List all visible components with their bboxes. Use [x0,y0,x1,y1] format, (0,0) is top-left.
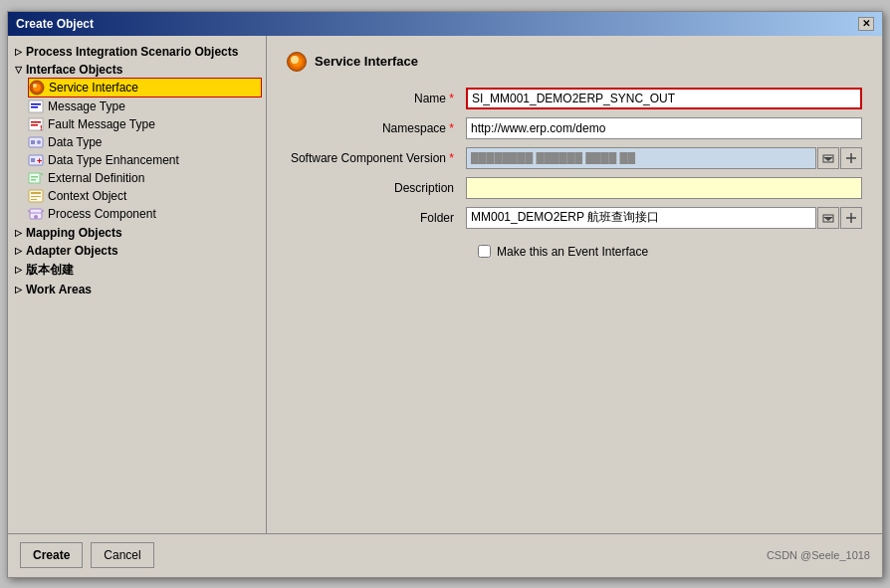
svg-rect-19 [31,179,36,181]
message-type-icon [28,98,44,114]
form-row-description: Description [287,177,862,199]
namespace-label: Namespace [287,121,466,135]
tree-item-data-type-enhancement[interactable]: + Data Type Enhancement [28,151,262,169]
tree-item-service-interface[interactable]: Service Interface [28,78,262,98]
data-type-enhancement-icon: + [28,152,44,168]
tree-item-label-message-type: Message Type [48,99,125,113]
tree-item-process-component[interactable]: Process Component [28,205,262,223]
chevron-right-icon-version: ▷ [12,264,24,276]
cancel-button[interactable]: Cancel [91,542,153,568]
tree-item-label-external-definition: External Definition [48,171,144,185]
tree-group-adapter-objects: ▷ Adapter Objects [12,243,262,259]
tree-group-header-mapping-objects[interactable]: ▷ Mapping Objects [12,225,262,241]
tree-group-header-process-integration[interactable]: ▷ Process Integration Scenario Objects [12,44,262,60]
folder-field-group [466,207,862,229]
tree-group-label-interface-objects: Interface Objects [26,63,122,77]
tree-group-label-version-create: 版本创建 [26,262,74,279]
service-interface-icon [29,80,45,96]
data-type-icon [28,134,44,150]
software-component-input[interactable] [466,147,816,169]
form-panel: Service Interface Name Namespace Softwar… [267,36,882,533]
svg-rect-16 [29,173,40,183]
tree-item-label-process-component: Process Component [48,207,156,221]
context-object-icon [28,188,44,204]
description-input[interactable] [466,177,862,199]
form-row-namespace: Namespace [287,117,862,139]
tree-group-mapping-objects: ▷ Mapping Objects [12,225,262,241]
tree-group-label-process-integration: Process Integration Scenario Objects [26,45,238,59]
watermark: CSDN @Seele_1018 [767,549,870,561]
folder-expand-button[interactable] [840,207,862,229]
tree-group-label-work-areas: Work Areas [26,283,92,296]
dialog-footer: Create Cancel CSDN @Seele_1018 [8,533,882,577]
external-definition-icon [28,170,44,186]
tree-item-label-fault-message-type: Fault Message Type [48,117,155,131]
tree-group-version-create: ▷ 版本创建 [12,261,262,280]
create-button[interactable]: Create [20,542,83,568]
svg-rect-23 [31,199,37,200]
event-interface-checkbox[interactable] [478,245,491,258]
chevron-right-icon: ▷ [12,46,24,58]
create-object-dialog: Create Object ✕ ▷ Process Integration Sc… [7,11,883,578]
software-component-field-group [466,147,862,169]
chevron-right-icon-adapter: ▷ [12,245,24,257]
svg-point-2 [33,84,37,88]
tree-item-context-object[interactable]: Context Object [28,187,262,205]
event-interface-label: Make this an Event Interface [497,245,648,259]
titlebar: Create Object ✕ [8,12,882,36]
svg-rect-5 [31,106,38,108]
tree-item-label-data-type-enhancement: Data Type Enhancement [48,153,179,167]
tree-item-label-service-interface: Service Interface [49,81,138,95]
form-header: Service Interface [287,52,862,72]
tree-item-label-context-object: Context Object [48,189,126,203]
name-input[interactable] [466,88,862,109]
tree-group-work-areas: ▷ Work Areas [12,282,262,297]
dialog-title: Create Object [16,17,94,31]
close-button[interactable]: ✕ [858,17,874,31]
tree-group-interface-objects: ▽ Interface Objects [12,62,262,223]
svg-rect-4 [31,103,41,105]
chevron-down-icon: ▽ [12,64,24,76]
svg-rect-14 [31,158,35,162]
chevron-right-icon-mapping: ▷ [12,227,24,239]
footer-buttons: Create Cancel [20,542,154,568]
tree-group-process-integration: ▷ Process Integration Scenario Objects [12,44,262,60]
description-label: Description [287,181,466,195]
svg-rect-18 [31,176,38,178]
svg-rect-21 [31,192,41,194]
software-component-browse-button[interactable] [817,147,839,169]
tree-item-external-definition[interactable]: External Definition [28,169,262,187]
tree-children-interface-objects: Service Interface Message Type [12,78,262,223]
tree-panel: ▷ Process Integration Scenario Objects ▽… [8,36,267,533]
fault-message-type-icon: ! [28,116,44,132]
tree-group-label-mapping-objects: Mapping Objects [26,226,122,240]
tree-group-header-work-areas[interactable]: ▷ Work Areas [12,282,262,297]
tree-item-label-data-type: Data Type [48,135,102,149]
svg-marker-30 [823,157,833,161]
tree-item-data-type[interactable]: Data Type [28,133,262,151]
tree-item-message-type[interactable]: Message Type [28,98,262,115]
svg-rect-22 [31,196,41,197]
svg-marker-34 [823,217,833,221]
folder-input[interactable] [466,207,816,229]
tree-group-header-interface-objects[interactable]: ▽ Interface Objects [12,62,262,78]
tree-group-header-version-create[interactable]: ▷ 版本创建 [12,261,262,280]
tree-group-header-adapter-objects[interactable]: ▷ Adapter Objects [12,243,262,259]
name-label: Name [287,92,466,105]
folder-browse-button[interactable] [817,207,839,229]
folder-label: Folder [287,211,466,225]
svg-point-26 [34,215,38,219]
tree-group-label-adapter-objects: Adapter Objects [26,244,118,258]
namespace-input[interactable] [466,117,862,139]
svg-rect-8 [31,124,38,126]
form-row-name: Name [287,88,862,109]
event-interface-row: Make this an Event Interface [478,245,862,259]
software-component-expand-button[interactable] [840,147,862,169]
svg-text:!: ! [40,123,43,132]
tree-item-fault-message-type[interactable]: ! Fault Message Type [28,115,262,133]
svg-rect-11 [31,140,35,144]
form-row-folder: Folder [287,207,862,229]
form-header-icon [287,52,307,72]
form-header-title: Service Interface [315,54,418,69]
form-row-software-component: Software Component Version [287,147,862,169]
